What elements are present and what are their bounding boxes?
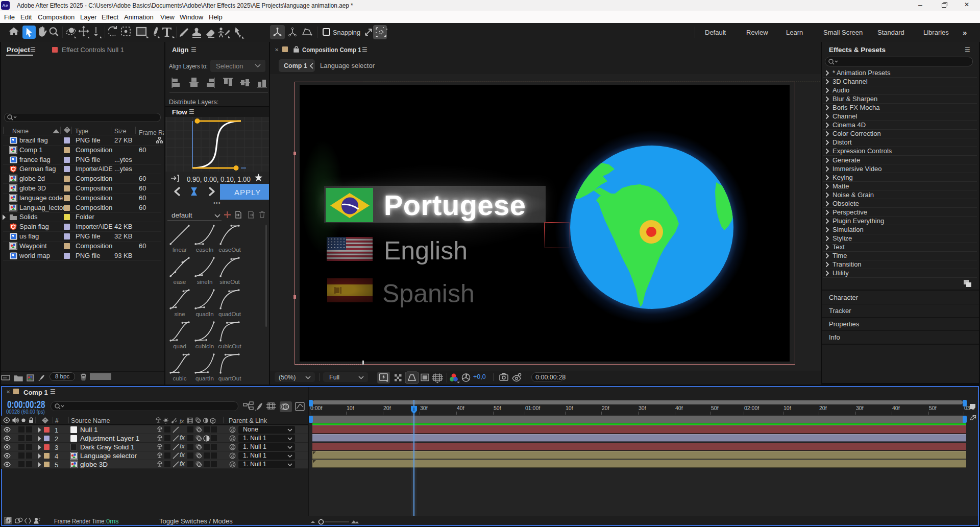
- svg-text:fx: fx: [180, 418, 184, 424]
- svg-text:Snapping: Snapping: [333, 29, 360, 36]
